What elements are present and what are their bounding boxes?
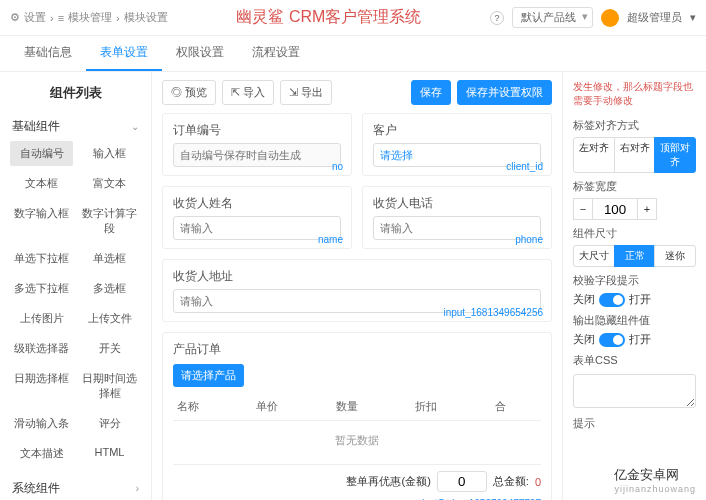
crumb-hamburger-icon: ≡ <box>58 12 64 24</box>
width-minus[interactable]: − <box>573 198 593 220</box>
width-plus[interactable]: + <box>637 198 657 220</box>
component-item[interactable]: 上传文件 <box>78 306 141 331</box>
align-right[interactable]: 右对齐 <box>614 137 656 173</box>
component-item[interactable]: 富文本 <box>78 171 141 196</box>
chevron-right-icon: › <box>136 483 139 494</box>
total-amount: 0 <box>535 476 541 488</box>
select-product-button[interactable]: 请选择产品 <box>173 364 244 387</box>
discount-input[interactable] <box>437 471 487 492</box>
table-header: 名称 <box>173 393 252 421</box>
width-input[interactable] <box>593 198 637 220</box>
table-header: 单价 <box>252 393 331 421</box>
warning-text: 发生修改，那么标题字段也需要手动修改 <box>573 80 696 108</box>
gear-icon: ⚙ <box>10 11 20 24</box>
save-button[interactable]: 保存 <box>411 80 451 105</box>
table-empty: 暂无数据 <box>173 421 541 461</box>
component-item[interactable]: 单选框 <box>78 246 141 271</box>
align-left[interactable]: 左对齐 <box>573 137 615 173</box>
group-base[interactable]: 基础组件⌄ <box>10 112 141 141</box>
crumb-module-mgmt[interactable]: 模块管理 <box>68 10 112 25</box>
tab-form[interactable]: 表单设置 <box>86 36 162 71</box>
watermark: 亿金安卓网 yijinanzhuowang <box>614 466 696 494</box>
export-button[interactable]: ⇲ 导出 <box>280 80 332 105</box>
import-button[interactable]: ⇱ 导入 <box>222 80 274 105</box>
component-item[interactable]: 自动编号 <box>10 141 73 166</box>
size-normal[interactable]: 正常 <box>614 245 656 267</box>
preview-button[interactable]: ◎ 预览 <box>162 80 216 105</box>
table-header: 合 <box>491 393 541 421</box>
field-recv-phone[interactable]: 收货人电话 phone <box>362 186 552 249</box>
product-section[interactable]: 产品订单 请选择产品 名称单价数量折扣合 暂无数据 整单再优惠(金额) 总金额:… <box>162 332 552 500</box>
component-item[interactable]: 文本描述 <box>10 441 73 466</box>
admin-name[interactable]: 超级管理员 <box>627 10 682 25</box>
field-order-no[interactable]: 订单编号 no <box>162 113 352 176</box>
component-item[interactable]: 多选框 <box>78 276 141 301</box>
css-textarea[interactable] <box>573 374 696 408</box>
component-item[interactable]: 级联选择器 <box>10 336 73 361</box>
component-item[interactable]: 文本框 <box>10 171 73 196</box>
product-line-select[interactable]: 默认产品线 <box>512 7 593 28</box>
field-recv-addr[interactable]: 收货人地址 input_1681349654256 <box>162 259 552 322</box>
chevron-down-icon: ▾ <box>690 11 696 24</box>
tab-flow[interactable]: 流程设置 <box>238 36 314 71</box>
crumb-settings[interactable]: 设置 <box>24 10 46 25</box>
crumb-module-settings: 模块设置 <box>124 10 168 25</box>
tab-permission[interactable]: 权限设置 <box>162 36 238 71</box>
field-recv-name[interactable]: 收货人姓名 name <box>162 186 352 249</box>
save-perm-button[interactable]: 保存并设置权限 <box>457 80 552 105</box>
chevron-down-icon: ⌄ <box>131 121 139 132</box>
help-icon[interactable]: ? <box>490 11 504 25</box>
component-item[interactable]: 输入框 <box>78 141 141 166</box>
component-item[interactable]: 日期时间选择框 <box>78 366 141 406</box>
component-item[interactable]: 日期选择框 <box>10 366 73 406</box>
component-item[interactable]: 滑动输入条 <box>10 411 73 436</box>
component-item[interactable]: 数字计算字段 <box>78 201 141 241</box>
order-no-input[interactable] <box>173 143 341 167</box>
component-item[interactable]: 评分 <box>78 411 141 436</box>
size-mini[interactable]: 迷你 <box>654 245 696 267</box>
component-item[interactable]: 单选下拉框 <box>10 246 73 271</box>
component-item[interactable]: 开关 <box>78 336 141 361</box>
validate-switch[interactable] <box>599 293 625 307</box>
table-header: 数量 <box>332 393 411 421</box>
table-header: 折扣 <box>411 393 490 421</box>
align-top[interactable]: 顶部对齐 <box>654 137 696 173</box>
size-large[interactable]: 大尺寸 <box>573 245 615 267</box>
sidebar-title: 组件列表 <box>10 80 141 112</box>
tab-basic[interactable]: 基础信息 <box>10 36 86 71</box>
avatar[interactable] <box>601 9 619 27</box>
recv-name-input[interactable] <box>173 216 341 240</box>
field-customer[interactable]: 客户 请选择 client_id <box>362 113 552 176</box>
component-item[interactable]: 数字输入框 <box>10 201 73 241</box>
hidden-switch[interactable] <box>599 333 625 347</box>
component-item[interactable]: 上传图片 <box>10 306 73 331</box>
group-sys[interactable]: 系统组件› <box>10 474 141 500</box>
component-item[interactable]: HTML <box>78 441 141 466</box>
app-title: 幽灵鲨 CRM客户管理系统 <box>168 7 490 28</box>
component-item[interactable]: 多选下拉框 <box>10 276 73 301</box>
